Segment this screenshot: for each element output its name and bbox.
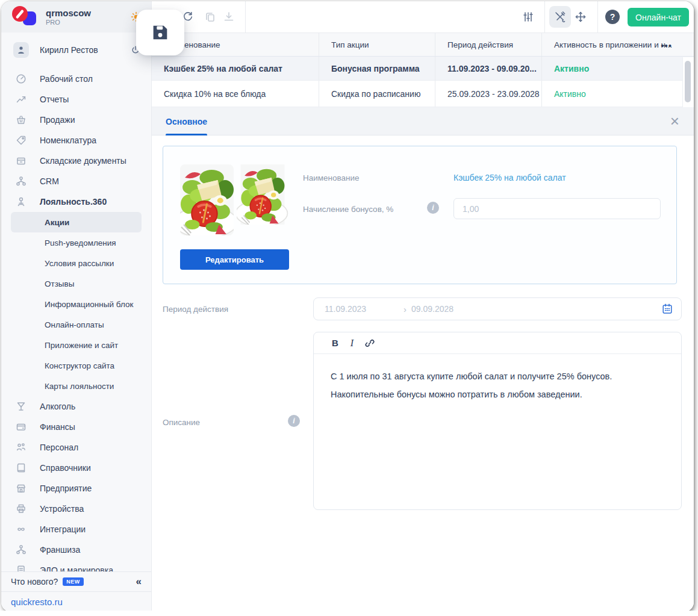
sidebar-item-finance[interactable]: Финансы — [1, 417, 151, 437]
sidebar-item-crm[interactable]: CRM — [1, 171, 151, 191]
period-label: Период действия — [163, 305, 228, 314]
table-header: Наименование Тип акции Период действия А… — [152, 33, 694, 57]
sidebar-item-app-and-site[interactable]: Приложение и сайт — [11, 335, 142, 355]
whats-new-label: Что нового? — [11, 577, 58, 586]
description-info-icon[interactable]: i — [288, 415, 300, 427]
close-panel-icon[interactable]: × — [670, 112, 679, 130]
quickresto-link[interactable]: quickresto.ru — [11, 597, 63, 607]
sidebar-item-warehouse-docs[interactable]: Складские документы — [1, 151, 151, 171]
bonus-percent-input[interactable] — [453, 198, 661, 219]
column-settings-kebab-icon[interactable]: ••• — [661, 33, 672, 57]
cell-period: 25.09.2023 - 23.09.2028 — [435, 81, 542, 107]
promo-name-value[interactable]: Кэшбек 25% на любой салат — [453, 173, 566, 182]
sidebar-item-reports[interactable]: Отчеты — [1, 89, 151, 110]
sidebar-item-nomenclature[interactable]: Номенклатура — [1, 130, 151, 151]
sidebar-item-label: Складские документы — [40, 156, 126, 166]
sidebar-footer: Что нового? NEW « quickresto.ru — [1, 571, 151, 611]
sidebar-item-franchise[interactable]: Франшиза — [1, 540, 151, 560]
sidebar-item-loyalty360[interactable]: Лояльность.360 — [1, 191, 151, 212]
table-scrollbar-track[interactable] — [682, 57, 694, 107]
sidebar-item-label: Отзывы — [45, 279, 74, 288]
app-window: qrmoscow PRO Кирилл Рестов Рабочий стол … — [1, 1, 694, 611]
sidebar-item-reviews[interactable]: Отзывы — [11, 273, 142, 294]
period-range-input[interactable]: 11.09.2023 › 09.09.2028 — [313, 297, 682, 320]
sidebar-item-dashboard[interactable]: Рабочий стол — [1, 69, 151, 89]
online-chat-button[interactable]: Онлайн-чат — [628, 8, 689, 26]
top-toolbar: ? Онлайн-чат — [152, 1, 694, 33]
sidebar-item-online-payments[interactable]: Онлайн-оплаты — [11, 314, 142, 335]
download-icon[interactable] — [223, 11, 235, 23]
calendar-icon[interactable] — [661, 303, 673, 315]
person-icon — [16, 45, 26, 55]
sidebar-nav: Рабочий стол Отчеты Продажи Номенклатура… — [1, 64, 151, 571]
copy-icon[interactable] — [204, 11, 216, 23]
status-badge: Активно — [542, 57, 682, 80]
italic-icon[interactable]: I — [351, 338, 354, 349]
save-button[interactable] — [136, 10, 184, 55]
help-button[interactable]: ? — [605, 10, 620, 24]
sidebar-item-directories[interactable]: Справочники — [1, 458, 151, 478]
table-row[interactable]: Скидка 10% на все блюда Скидка по распис… — [152, 81, 694, 107]
table-row[interactable]: Кэшбек 25% на любой салат Бонусная прогр… — [152, 57, 694, 81]
user-row[interactable]: Кирилл Рестов — [1, 36, 151, 64]
sidebar-item-label: Лояльность.360 — [40, 197, 107, 207]
move-icon[interactable] — [575, 11, 587, 23]
sidebar-item-devices[interactable]: Устройства — [1, 499, 151, 519]
main-area: ? Онлайн-чат Наименование Тип акции Пери… — [152, 1, 694, 611]
sidebar-item-promotions[interactable]: Акции — [11, 212, 142, 232]
sidebar-item-label: Алкоголь — [40, 402, 75, 411]
tools-toggle-button[interactable] — [549, 6, 571, 28]
quickresto-logo — [11, 5, 37, 29]
logo-row: qrmoscow PRO — [1, 1, 151, 33]
sidebar-item-label: Номенклатура — [40, 135, 96, 145]
column-header-type[interactable]: Тип акции — [319, 33, 435, 56]
bonus-label: Начисление бонусов, % — [303, 205, 393, 214]
sidebar-item-info-block[interactable]: Информационный блок — [11, 294, 142, 314]
sidebar-item-enterprise[interactable]: Предприятие — [1, 478, 151, 499]
sidebar-item-staff[interactable]: Персонал — [1, 437, 151, 458]
sidebar-item-label: Информационный блок — [45, 300, 133, 309]
whats-new-row[interactable]: Что нового? NEW « — [1, 571, 151, 591]
table-scrollbar-thumb[interactable] — [685, 61, 691, 102]
sidebar-item-loyalty-cards[interactable]: Карты лояльности — [11, 376, 142, 396]
tools-icon — [554, 11, 566, 23]
sidebar-item-mailing-terms[interactable]: Условия рассылки — [11, 253, 142, 273]
column-header-period[interactable]: Период действия — [435, 33, 542, 56]
description-textarea[interactable]: С 1 июля по 31 августа купите любой сала… — [314, 354, 681, 403]
sidebar-item-integrations[interactable]: Интеграции — [1, 519, 151, 540]
tab-main[interactable]: Основное — [166, 107, 207, 135]
promo-photo-small[interactable] — [237, 164, 288, 225]
sidebar-item-label: Интеграции — [40, 524, 86, 534]
description-editor: B I С 1 июля по 31 августа купите любой … — [313, 332, 682, 510]
panel-content: Наименование Кэшбек 25% на любой салат Н… — [152, 135, 694, 611]
cell-type: Скидка по расписанию — [319, 81, 435, 107]
sidebar-item-label: Справочники — [40, 463, 91, 473]
toolbar-divider — [245, 1, 246, 33]
edit-button[interactable]: Редактировать — [180, 249, 289, 270]
sidebar-item-edo-marking[interactable]: ЭДО и маркировка — [1, 560, 151, 571]
sidebar-item-label: Франшиза — [40, 545, 80, 555]
period-end-value[interactable]: 09.09.2028 — [411, 304, 453, 314]
sidebar-item-push-notifications[interactable]: Push-уведомления — [11, 232, 142, 253]
sidebar-item-label: Конструктор сайта — [45, 361, 114, 370]
period-start-value[interactable]: 11.09.2023 — [325, 304, 366, 314]
bonus-info-icon[interactable]: i — [427, 202, 439, 214]
collapse-sidebar-icon[interactable]: « — [136, 576, 142, 588]
sidebar-item-alcohol[interactable]: Алкоголь — [1, 396, 151, 417]
status-badge: Активно — [542, 81, 682, 107]
site-row: quickresto.ru — [1, 591, 151, 611]
brand: qrmoscow PRO — [46, 8, 131, 26]
sidebar-item-sales[interactable]: Продажи — [1, 110, 151, 130]
toolbar-divider — [544, 1, 545, 33]
sidebar-item-label: Условия рассылки — [45, 259, 114, 268]
sidebar-item-label: Финансы — [40, 422, 75, 432]
link-icon[interactable] — [364, 338, 375, 349]
question-icon: ? — [610, 12, 615, 22]
sidebar-item-site-builder[interactable]: Конструктор сайта — [11, 355, 142, 376]
description-label: Описание — [163, 418, 200, 427]
sidebar-item-label: Устройства — [40, 504, 84, 514]
bold-icon[interactable]: B — [332, 338, 338, 348]
sidebar-item-label: Предприятие — [40, 484, 92, 493]
promo-photo-large[interactable] — [180, 164, 234, 235]
filters-sliders-icon[interactable] — [522, 11, 534, 23]
